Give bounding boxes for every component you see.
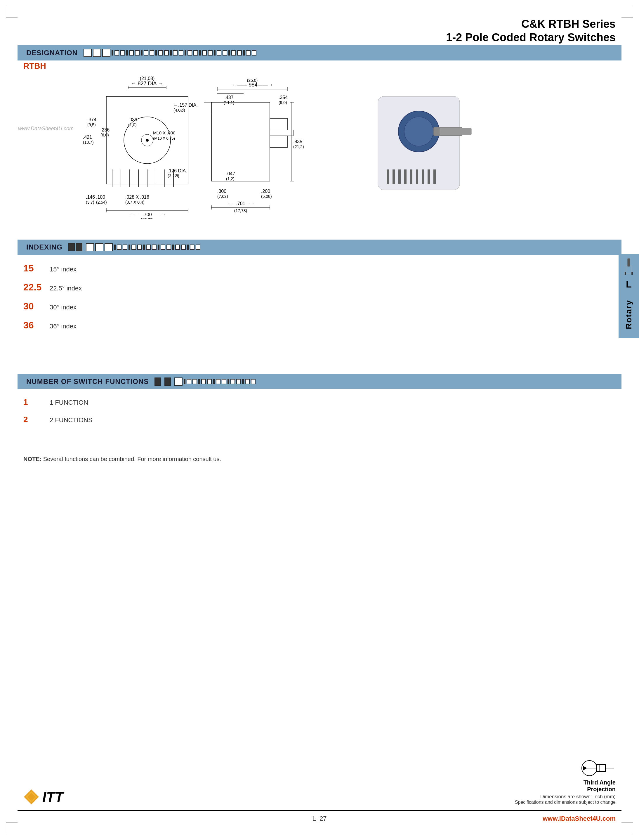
svg-text:←—.701—→: ←—.701—→	[227, 201, 254, 206]
des-small-18	[237, 50, 242, 56]
dims-line2: Specifications and dimensions subject to…	[515, 800, 616, 805]
des-sep-6	[184, 50, 186, 56]
svg-rect-89	[627, 259, 630, 267]
des-small-14	[208, 50, 213, 56]
svg-text:(5,08): (5,08)	[261, 194, 272, 199]
svg-text:(4,0Ø): (4,0Ø)	[173, 108, 185, 113]
note-bold: NOTE:	[23, 456, 41, 462]
idx-box-2	[95, 243, 103, 251]
technical-drawing: ←.827 DIA.→ (21,08) ←.157 DIA. (4,0Ø) .3…	[42, 73, 597, 219]
idx-box-1	[86, 243, 94, 251]
des-small-19	[246, 50, 251, 56]
des-sep-9	[228, 50, 230, 56]
indexing-title: INDEXING	[26, 243, 62, 251]
idx-filled-2	[76, 243, 83, 251]
svg-text:.100: .100	[96, 194, 105, 200]
corner-tr	[622, 6, 633, 18]
itt-logo: ITT	[23, 789, 64, 805]
index-label-30: 30° index	[50, 304, 76, 311]
itt-text: ITT	[42, 789, 64, 805]
svg-text:(3,2Ø): (3,2Ø)	[168, 173, 179, 178]
svg-rect-91	[631, 272, 633, 275]
svg-point-3	[146, 139, 149, 142]
tab-label-l: L	[618, 277, 639, 291]
sw-filled-2	[164, 377, 171, 386]
footer-line	[17, 810, 622, 811]
svg-text:(21,08): (21,08)	[140, 76, 155, 81]
index-entry-30: 30 30° index	[23, 301, 82, 312]
svg-rect-81	[398, 169, 401, 184]
svg-text:←.827 DIA.→: ←.827 DIA.→	[131, 81, 163, 86]
switch-functions-title: NUMBER OF SWITCH FUNCTIONS	[26, 377, 149, 386]
index-number-15: 15	[23, 263, 50, 274]
designation-bar: DESIGNATION	[17, 45, 622, 60]
svg-text:.374: .374	[87, 117, 96, 122]
des-box-2	[93, 49, 101, 57]
des-box-3	[102, 49, 110, 57]
note-text: Several functions can be combined. For m…	[41, 456, 221, 462]
des-small-11	[188, 50, 192, 56]
drawing-area: ←.827 DIA.→ (21,08) ←.157 DIA. (4,0Ø) .3…	[17, 70, 622, 222]
index-number-22-5: 22.5	[23, 282, 50, 293]
des-sep-4	[155, 50, 157, 56]
svg-rect-78	[439, 128, 471, 135]
des-small-9	[173, 50, 178, 56]
des-small-17	[231, 50, 236, 56]
indexing-entries: 15 15° index 22.5 22.5° index 30 30° ind…	[23, 263, 82, 339]
svg-text:.835: .835	[293, 139, 302, 144]
footer-website: www.iDataSheet4U.com	[543, 815, 616, 822]
des-sep-5	[170, 50, 172, 56]
svg-text:(11,1): (11,1)	[224, 100, 235, 105]
des-small-7	[158, 50, 163, 56]
des-sep-3	[141, 50, 143, 56]
svg-text:←.157 DIA.: ←.157 DIA.	[173, 103, 198, 108]
svg-text:(17,78): (17,78)	[141, 217, 154, 219]
idx-filled-1	[68, 243, 75, 251]
switch-label-2: 2 FUNCTIONS	[50, 416, 92, 424]
footer-website-prefix: www.i	[543, 815, 561, 822]
page-header: C&K RTBH Series 1-2 Pole Coded Rotary Sw…	[446, 18, 616, 44]
des-small-4	[135, 50, 140, 56]
svg-text:(17,78): (17,78)	[234, 208, 247, 213]
des-small-20	[252, 50, 256, 56]
footer-page: L–27	[313, 815, 327, 822]
tab-label-rotary: Rotary	[624, 294, 633, 335]
svg-text:.146: .146	[86, 194, 95, 200]
switch-functions-pattern	[154, 377, 256, 386]
projection-symbol-svg	[580, 759, 616, 777]
index-entry-36: 36 36° index	[23, 320, 82, 331]
svg-text:.039: .039	[128, 117, 137, 122]
svg-rect-45	[270, 130, 293, 136]
index-number-36: 36	[23, 320, 50, 331]
svg-text:←——.984——→: ←——.984——→	[231, 82, 273, 88]
svg-rect-87	[433, 169, 436, 184]
svg-rect-83	[410, 169, 412, 184]
svg-text:(3,7): (3,7)	[86, 200, 94, 205]
svg-text:(10,7): (10,7)	[83, 140, 94, 145]
svg-text:.028 X .016: .028 X .016	[125, 194, 149, 200]
switch-number-2: 2	[23, 415, 50, 424]
des-small-6	[149, 50, 154, 56]
dims-line1: Dimensions are shown: Inch (mm)	[540, 794, 616, 800]
indexing-pattern	[68, 243, 200, 251]
svg-text:.047: .047	[226, 171, 235, 176]
svg-text:(0,7 X 0,4): (0,7 X 0,4)	[125, 200, 144, 205]
svg-text:(9,5): (9,5)	[87, 123, 96, 127]
index-label-15: 15° index	[50, 266, 76, 273]
des-sep-8	[214, 50, 216, 56]
switch-functions-bar: NUMBER OF SWITCH FUNCTIONS	[17, 374, 622, 389]
projection-symbol	[580, 759, 616, 777]
des-sep-10	[243, 50, 245, 56]
des-small-13	[202, 50, 207, 56]
svg-text:(1,0): (1,0)	[128, 123, 137, 127]
switch-entry-2: 2 2 FUNCTIONS	[23, 415, 92, 424]
corner-br	[622, 822, 633, 834]
indexing-bar: INDEXING	[17, 240, 622, 255]
designation-pattern	[84, 49, 256, 57]
des-sep-1	[111, 50, 113, 56]
des-small-8	[164, 50, 169, 56]
svg-text:.126 DIA.: .126 DIA.	[168, 168, 187, 173]
des-small-12	[193, 50, 198, 56]
svg-rect-82	[404, 169, 407, 184]
projection-box: Third AngleProjection Dimensions are sho…	[515, 759, 616, 805]
